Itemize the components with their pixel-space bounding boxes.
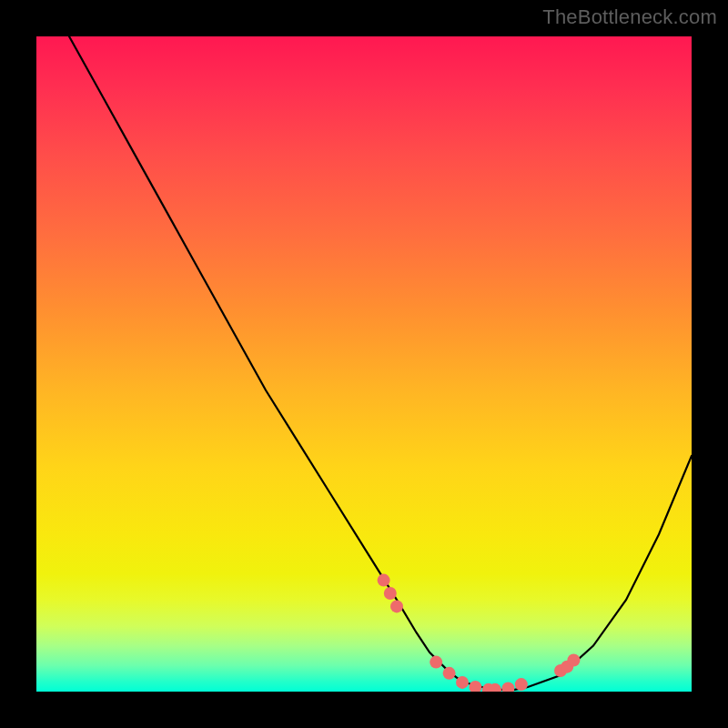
data-marker (456, 676, 469, 689)
curve-layer (36, 36, 692, 692)
data-marker (515, 678, 528, 691)
watermark-text: TheBottleneck.com (542, 5, 717, 29)
data-marker (390, 600, 403, 612)
data-marker (430, 656, 442, 669)
data-markers (378, 574, 581, 692)
bottleneck-curve (69, 36, 692, 690)
data-marker (443, 667, 456, 680)
chart-container: TheBottleneck.com (0, 0, 728, 728)
data-marker (567, 653, 580, 666)
data-marker (469, 681, 481, 692)
data-marker (378, 574, 390, 587)
data-marker (384, 587, 397, 600)
plot-area (36, 36, 692, 692)
data-marker (501, 682, 514, 692)
